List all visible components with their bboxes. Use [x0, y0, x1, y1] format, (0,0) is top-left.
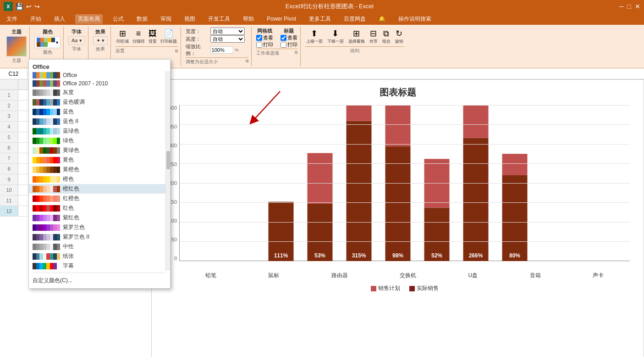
menu-bell[interactable]: 🔔	[376, 15, 388, 23]
background-button[interactable]: 🖼 背景	[148, 28, 158, 45]
bar-actual-2	[347, 121, 372, 261]
menu-baidu-disk[interactable]: 百度网盘	[341, 14, 369, 24]
menu-formulas[interactable]: 公式	[110, 14, 127, 24]
theme-name-11: 橙色	[63, 175, 74, 183]
print-titles-button[interactable]: 📄 打印标题	[160, 28, 178, 45]
headings-print-check[interactable]	[281, 42, 286, 48]
colors-label: 颜色	[43, 49, 52, 56]
x-label-3: 交换机	[400, 272, 416, 279]
theme-item-10[interactable]: 黄橙色	[29, 165, 170, 174]
menu-view[interactable]: 视图	[182, 14, 198, 24]
scale-expand[interactable]: ⧉	[246, 59, 248, 65]
theme-item-5[interactable]: 蓝色 II	[29, 117, 170, 126]
breaks-button[interactable]: ≡ 分隔符	[132, 28, 146, 45]
redo-button[interactable]: ↪	[34, 3, 40, 10]
menu-power-pivot[interactable]: Power Pivot	[264, 15, 299, 23]
headings-heading: 标题	[281, 28, 297, 34]
gridlines-view-check[interactable]	[256, 35, 262, 41]
theme-item-17[interactable]: 紫罗兰色 II	[29, 232, 170, 242]
y-label-50: 50	[171, 237, 177, 242]
theme-item-4[interactable]: 蓝色	[29, 107, 170, 117]
settings-expand[interactable]: ⧉	[175, 49, 178, 54]
menu-developer[interactable]: 开发工具	[205, 14, 233, 24]
print-area-button[interactable]: ⊞ 印区域	[116, 28, 130, 45]
theme-item-16[interactable]: 紫罗兰色	[29, 223, 170, 232]
theme-item-15[interactable]: 紫红色	[29, 213, 170, 223]
maximize-button[interactable]: □	[627, 3, 631, 10]
theme-item-2[interactable]: 灰度	[29, 88, 170, 97]
scrollbar-thumb	[166, 151, 170, 169]
menu-review[interactable]: 审阅	[158, 14, 174, 24]
width-select[interactable]: 自动	[210, 28, 245, 35]
theme-name-7: 绿色	[63, 137, 74, 145]
theme-item-13[interactable]: 红橙色	[29, 194, 170, 203]
group-button[interactable]: ⧉ 组合	[381, 28, 391, 45]
settings-text: 设置	[116, 48, 125, 54]
theme-item-9[interactable]: 黄色	[29, 155, 170, 165]
menu-insert[interactable]: 插入	[51, 14, 68, 24]
theme-item-20[interactable]: 字幕	[29, 261, 170, 271]
colors-button[interactable]: ▾	[34, 36, 61, 48]
align-button[interactable]: ⊟ 对齐	[369, 28, 379, 45]
headings-view-check[interactable]	[281, 35, 286, 41]
theme-item-0[interactable]: Office	[29, 71, 170, 79]
menu-search[interactable]: 操作说明搜索	[396, 14, 434, 24]
grid-0	[180, 105, 630, 106]
theme-list-container: OfficeOffice 2007 - 2010灰度蓝色暖调蓝色蓝色 II蓝绿色…	[29, 71, 170, 271]
excel-icon: X	[4, 2, 13, 11]
minimize-button[interactable]: ─	[619, 3, 624, 10]
sheet-options-cols: 网格线 查看 打印 标题 查看 打印	[256, 28, 297, 48]
sheet-options-expand[interactable]: ⧉	[295, 50, 297, 56]
bar-plan-6	[502, 154, 528, 175]
theme-item-3[interactable]: 蓝色暖调	[29, 97, 170, 107]
chart-title: 图表标题	[152, 80, 644, 100]
height-select[interactable]: 自动	[210, 35, 245, 43]
legend-plan: 销售计划	[371, 284, 400, 292]
theme-item-11[interactable]: 橙色	[29, 174, 170, 184]
theme-item-12[interactable]: 橙红色	[29, 184, 170, 194]
row-num-1: 1	[0, 90, 18, 100]
sheet-options-label: 工作表选项 ⧉	[256, 49, 297, 56]
menu-page-layout[interactable]: 页面布局	[75, 14, 103, 24]
menu-home[interactable]: 开始	[28, 14, 44, 24]
effects-button[interactable]: ✦ ▾	[93, 36, 108, 45]
dropdown-scrollbar[interactable]	[165, 71, 170, 271]
menu-file[interactable]: 文件	[4, 14, 20, 24]
dropdown-header: Office	[29, 61, 170, 71]
undo-button[interactable]: ↩	[26, 3, 32, 10]
selection-pane-button[interactable]: ⊞ 选择窗格	[347, 28, 366, 45]
theme-button[interactable]	[6, 36, 27, 56]
fonts-button[interactable]: Aa ▾	[68, 36, 85, 45]
row-num-6: 6	[0, 143, 18, 153]
height-row: 高度： 自动	[186, 35, 248, 43]
menu-more-tools[interactable]: 更多工具	[306, 14, 334, 24]
rotate-button[interactable]: ↻ 旋转	[394, 28, 404, 45]
theme-item-19[interactable]: 纸张	[29, 251, 170, 261]
send-backward-button[interactable]: ⬇ 下移一层	[326, 28, 345, 45]
bar-plan-5	[463, 105, 489, 138]
bring-forward-button[interactable]: ⬆ 上移一层	[305, 28, 324, 45]
page-setup-buttons: ⊞ 印区域 ≡ 分隔符 🖼 背景 📄 打印标题	[116, 28, 178, 45]
chart-area: 400 350 300 250 200 150 100 50 0	[161, 100, 634, 293]
theme-item-1[interactable]: Office 2007 - 2010	[29, 79, 170, 88]
effects-section-label: 效果	[94, 28, 106, 36]
bar-pct-1: 53%	[314, 252, 325, 259]
close-button[interactable]: ✕	[635, 3, 640, 10]
scale-input[interactable]	[210, 46, 233, 54]
theme-item-6[interactable]: 蓝绿色	[29, 126, 170, 136]
theme-item-14[interactable]: 红色	[29, 203, 170, 213]
width-row: 宽度： 自动	[186, 28, 248, 35]
theme-item-18[interactable]: 中性	[29, 242, 170, 251]
custom-color-button[interactable]: 自定义颜色(C)...	[29, 275, 170, 286]
theme-name-15: 紫红色	[63, 214, 79, 222]
gridlines-print-check[interactable]	[256, 42, 262, 48]
theme-list: OfficeOffice 2007 - 2010灰度蓝色暖调蓝色蓝色 II蓝绿色…	[29, 71, 170, 271]
cell-reference[interactable]: C12	[0, 71, 28, 77]
theme-item-8[interactable]: 黄绿色	[29, 145, 170, 155]
save-button[interactable]: 💾	[16, 3, 23, 10]
x-label-2: 路由器	[331, 272, 348, 279]
menu-data[interactable]: 数据	[134, 14, 150, 24]
theme-item-7[interactable]: 绿色	[29, 136, 170, 145]
grid-6	[180, 222, 630, 223]
menu-help[interactable]: 帮助	[240, 14, 257, 24]
